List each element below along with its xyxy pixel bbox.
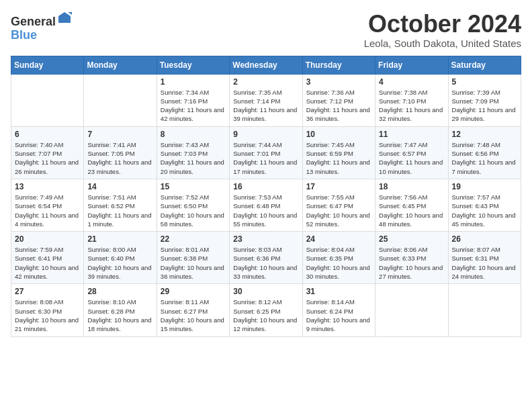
day-number: 17 bbox=[306, 182, 371, 191]
calendar-day-cell: 12Sunrise: 7:48 AMSunset: 6:56 PMDayligh… bbox=[448, 126, 521, 179]
calendar-day-cell bbox=[375, 284, 448, 336]
calendar-day-cell: 8Sunrise: 7:43 AMSunset: 7:03 PMDaylight… bbox=[157, 126, 229, 179]
calendar-day-cell: 17Sunrise: 7:55 AMSunset: 6:47 PMDayligh… bbox=[302, 179, 375, 231]
calendar-day-cell: 5Sunrise: 7:39 AMSunset: 7:09 PMDaylight… bbox=[448, 74, 521, 126]
calendar-title: October 2024 bbox=[364, 11, 521, 38]
day-info: Sunrise: 7:47 AMSunset: 6:57 PMDaylight:… bbox=[379, 140, 444, 176]
calendar-day-header: Sunday bbox=[11, 56, 84, 74]
calendar-day-cell: 14Sunrise: 7:51 AMSunset: 6:52 PMDayligh… bbox=[84, 179, 157, 231]
calendar-day-cell: 30Sunrise: 8:12 AMSunset: 6:25 PMDayligh… bbox=[230, 284, 302, 336]
calendar-day-cell: 31Sunrise: 8:14 AMSunset: 6:24 PMDayligh… bbox=[302, 284, 375, 336]
calendar-day-cell: 28Sunrise: 8:10 AMSunset: 6:28 PMDayligh… bbox=[84, 284, 157, 336]
calendar-day-cell: 6Sunrise: 7:40 AMSunset: 7:07 PMDaylight… bbox=[11, 126, 84, 179]
calendar-day-cell: 18Sunrise: 7:56 AMSunset: 6:45 PMDayligh… bbox=[375, 179, 448, 231]
calendar-day-cell: 29Sunrise: 8:11 AMSunset: 6:27 PMDayligh… bbox=[157, 284, 229, 336]
day-number: 12 bbox=[452, 130, 517, 139]
day-number: 16 bbox=[233, 182, 298, 191]
day-number: 8 bbox=[161, 130, 226, 139]
day-number: 6 bbox=[15, 130, 80, 139]
day-number: 23 bbox=[233, 234, 298, 244]
calendar-day-cell: 25Sunrise: 8:06 AMSunset: 6:33 PMDayligh… bbox=[375, 232, 448, 284]
day-number: 31 bbox=[306, 287, 371, 296]
day-info: Sunrise: 7:44 AMSunset: 7:01 PMDaylight:… bbox=[233, 140, 298, 176]
calendar-day-cell: 21Sunrise: 8:00 AMSunset: 6:40 PMDayligh… bbox=[84, 232, 157, 284]
day-info: Sunrise: 8:14 AMSunset: 6:24 PMDaylight:… bbox=[306, 298, 371, 333]
day-number: 25 bbox=[379, 234, 444, 244]
day-number: 7 bbox=[87, 130, 152, 139]
day-number: 1 bbox=[161, 77, 226, 87]
calendar-week-row: 27Sunrise: 8:08 AMSunset: 6:30 PMDayligh… bbox=[11, 284, 521, 336]
svg-marker-1 bbox=[68, 12, 72, 15]
calendar-day-cell: 9Sunrise: 7:44 AMSunset: 7:01 PMDaylight… bbox=[230, 126, 302, 179]
calendar-day-cell: 4Sunrise: 7:38 AMSunset: 7:10 PMDaylight… bbox=[375, 74, 448, 126]
day-info: Sunrise: 7:35 AMSunset: 7:14 PMDaylight:… bbox=[233, 88, 298, 124]
calendar-day-header: Friday bbox=[375, 56, 448, 74]
day-info: Sunrise: 7:59 AMSunset: 6:41 PMDaylight:… bbox=[15, 245, 80, 281]
calendar-day-cell: 3Sunrise: 7:36 AMSunset: 7:12 PMDaylight… bbox=[302, 74, 375, 126]
day-info: Sunrise: 7:34 AMSunset: 7:16 PMDaylight:… bbox=[161, 88, 226, 124]
calendar-day-header: Saturday bbox=[448, 56, 521, 74]
day-number: 24 bbox=[306, 234, 371, 244]
day-number: 18 bbox=[379, 182, 444, 191]
day-info: Sunrise: 7:56 AMSunset: 6:45 PMDaylight:… bbox=[379, 193, 444, 228]
calendar-day-cell: 22Sunrise: 8:01 AMSunset: 6:38 PMDayligh… bbox=[157, 232, 229, 284]
day-number: 2 bbox=[233, 77, 298, 87]
calendar-day-cell: 26Sunrise: 8:07 AMSunset: 6:31 PMDayligh… bbox=[448, 232, 521, 284]
header: General Blue October 2024 Leola, South D… bbox=[11, 11, 521, 49]
calendar-day-cell: 24Sunrise: 8:04 AMSunset: 6:35 PMDayligh… bbox=[302, 232, 375, 284]
day-info: Sunrise: 8:11 AMSunset: 6:27 PMDaylight:… bbox=[161, 298, 226, 333]
day-number: 11 bbox=[379, 130, 444, 139]
calendar-day-cell: 23Sunrise: 8:03 AMSunset: 6:36 PMDayligh… bbox=[230, 232, 302, 284]
day-info: Sunrise: 7:51 AMSunset: 6:52 PMDaylight:… bbox=[87, 193, 152, 228]
day-number: 30 bbox=[233, 287, 298, 296]
calendar-header-row: SundayMondayTuesdayWednesdayThursdayFrid… bbox=[11, 56, 521, 74]
day-number: 29 bbox=[161, 287, 226, 296]
day-info: Sunrise: 7:43 AMSunset: 7:03 PMDaylight:… bbox=[161, 140, 226, 176]
calendar-table: SundayMondayTuesdayWednesdayThursdayFrid… bbox=[11, 56, 521, 337]
calendar-body: 1Sunrise: 7:34 AMSunset: 7:16 PMDaylight… bbox=[11, 74, 521, 336]
calendar-day-cell: 11Sunrise: 7:47 AMSunset: 6:57 PMDayligh… bbox=[375, 126, 448, 179]
day-number: 20 bbox=[15, 234, 80, 244]
day-info: Sunrise: 8:07 AMSunset: 6:31 PMDaylight:… bbox=[452, 245, 517, 281]
calendar-day-cell bbox=[448, 284, 521, 336]
day-number: 9 bbox=[233, 130, 298, 139]
calendar-day-cell: 2Sunrise: 7:35 AMSunset: 7:14 PMDaylight… bbox=[230, 74, 302, 126]
logo-general: General bbox=[11, 15, 56, 28]
day-info: Sunrise: 7:55 AMSunset: 6:47 PMDaylight:… bbox=[306, 193, 371, 228]
title-block: October 2024 Leola, South Dakota, United… bbox=[364, 11, 521, 49]
logo: General Blue bbox=[11, 11, 72, 42]
day-number: 10 bbox=[306, 130, 371, 139]
calendar-day-header: Tuesday bbox=[157, 56, 229, 74]
day-info: Sunrise: 7:38 AMSunset: 7:10 PMDaylight:… bbox=[379, 88, 444, 124]
calendar-day-header: Thursday bbox=[302, 56, 375, 74]
day-info: Sunrise: 7:48 AMSunset: 6:56 PMDaylight:… bbox=[452, 140, 517, 176]
day-number: 3 bbox=[306, 77, 371, 87]
day-info: Sunrise: 8:12 AMSunset: 6:25 PMDaylight:… bbox=[233, 298, 298, 333]
day-info: Sunrise: 8:04 AMSunset: 6:35 PMDaylight:… bbox=[306, 245, 371, 281]
day-info: Sunrise: 7:53 AMSunset: 6:48 PMDaylight:… bbox=[233, 193, 298, 228]
day-info: Sunrise: 7:36 AMSunset: 7:12 PMDaylight:… bbox=[306, 88, 371, 124]
day-number: 15 bbox=[161, 182, 226, 191]
day-info: Sunrise: 8:00 AMSunset: 6:40 PMDaylight:… bbox=[87, 245, 152, 281]
calendar-day-cell: 10Sunrise: 7:45 AMSunset: 6:59 PMDayligh… bbox=[302, 126, 375, 179]
day-number: 26 bbox=[452, 234, 517, 244]
calendar-week-row: 13Sunrise: 7:49 AMSunset: 6:54 PMDayligh… bbox=[11, 179, 521, 231]
day-info: Sunrise: 8:01 AMSunset: 6:38 PMDaylight:… bbox=[161, 245, 226, 281]
calendar-day-cell: 16Sunrise: 7:53 AMSunset: 6:48 PMDayligh… bbox=[230, 179, 302, 231]
day-info: Sunrise: 7:41 AMSunset: 7:05 PMDaylight:… bbox=[87, 140, 152, 176]
day-info: Sunrise: 7:45 AMSunset: 6:59 PMDaylight:… bbox=[306, 140, 371, 176]
day-info: Sunrise: 8:06 AMSunset: 6:33 PMDaylight:… bbox=[379, 245, 444, 281]
calendar-day-cell bbox=[84, 74, 157, 126]
day-number: 4 bbox=[379, 77, 444, 87]
svg-marker-0 bbox=[58, 12, 71, 23]
day-number: 19 bbox=[452, 182, 517, 191]
day-number: 27 bbox=[15, 287, 80, 296]
calendar-subtitle: Leola, South Dakota, United States bbox=[364, 38, 521, 49]
calendar-week-row: 1Sunrise: 7:34 AMSunset: 7:16 PMDaylight… bbox=[11, 74, 521, 126]
logo-icon bbox=[57, 11, 72, 26]
day-info: Sunrise: 7:40 AMSunset: 7:07 PMDaylight:… bbox=[15, 140, 80, 176]
day-info: Sunrise: 7:57 AMSunset: 6:43 PMDaylight:… bbox=[452, 193, 517, 228]
calendar-week-row: 20Sunrise: 7:59 AMSunset: 6:41 PMDayligh… bbox=[11, 232, 521, 284]
day-number: 21 bbox=[87, 234, 152, 244]
day-info: Sunrise: 8:03 AMSunset: 6:36 PMDaylight:… bbox=[233, 245, 298, 281]
